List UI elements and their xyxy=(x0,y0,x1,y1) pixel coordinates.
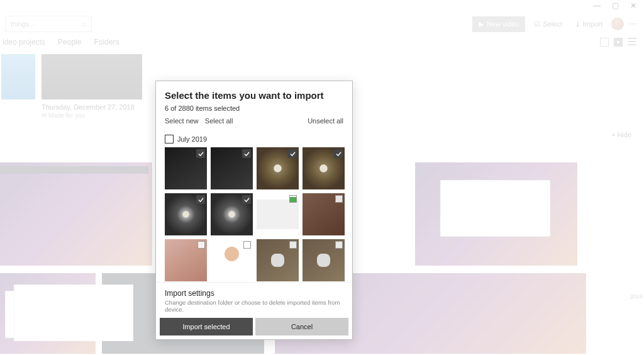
import-photo-item[interactable] xyxy=(211,147,253,189)
import-photo-item[interactable] xyxy=(303,239,345,281)
import-selected-button[interactable]: Import selected xyxy=(160,318,253,335)
import-photo-item[interactable] xyxy=(165,239,207,281)
import-photo-item[interactable] xyxy=(257,147,299,189)
group-label: July 2019 xyxy=(177,135,207,143)
selected-check-icon xyxy=(196,195,205,204)
item-checkbox[interactable] xyxy=(289,195,297,203)
import-dialog: Select the items you want to import 6 of… xyxy=(155,81,353,340)
import-photo-item[interactable] xyxy=(303,147,345,189)
item-checkbox[interactable] xyxy=(243,241,251,249)
dialog-title: Select the items you want to import xyxy=(165,90,343,101)
import-photo-item[interactable] xyxy=(165,147,207,189)
selected-check-icon xyxy=(196,149,205,158)
select-new-link[interactable]: Select new xyxy=(165,117,199,125)
cancel-button[interactable]: Cancel xyxy=(255,318,348,335)
selected-check-icon xyxy=(334,149,343,158)
import-photo-grid xyxy=(165,147,345,282)
import-photo-item[interactable] xyxy=(257,193,299,235)
import-photo-item[interactable] xyxy=(257,239,299,281)
settings-sub: Change destination folder or choose to d… xyxy=(165,299,343,313)
item-checkbox[interactable] xyxy=(197,241,205,249)
import-photo-item[interactable] xyxy=(211,239,253,281)
select-all-link[interactable]: Select all xyxy=(205,117,233,125)
selected-check-icon xyxy=(242,195,251,204)
settings-title: Import settings xyxy=(165,289,343,298)
item-checkbox[interactable] xyxy=(289,241,297,249)
import-photo-item[interactable] xyxy=(211,193,253,235)
unselect-all-link[interactable]: Unselect all xyxy=(308,117,343,125)
item-checkbox[interactable] xyxy=(335,195,343,203)
item-checkbox[interactable] xyxy=(335,241,343,249)
import-photo-item[interactable] xyxy=(303,193,345,235)
selected-check-icon xyxy=(242,149,251,158)
selected-check-icon xyxy=(288,149,297,158)
group-checkbox[interactable] xyxy=(165,135,174,144)
import-photo-item[interactable] xyxy=(165,193,207,235)
import-settings[interactable]: Import settings Change destination folde… xyxy=(156,282,352,318)
import-grid-scroll[interactable]: July 2019 xyxy=(156,130,352,282)
dialog-selection-count: 6 of 2880 items selected xyxy=(165,104,343,112)
